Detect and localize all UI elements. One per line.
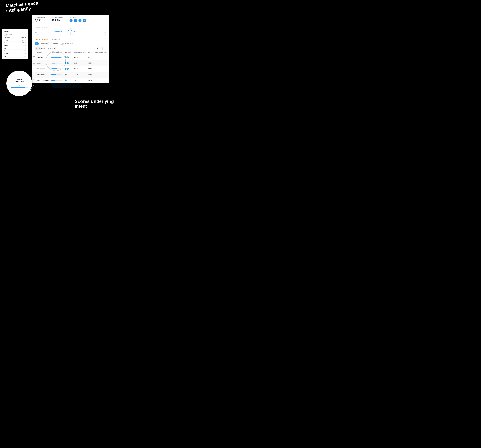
- row-checkbox[interactable]: [33, 79, 35, 81]
- user-intent-icon: ⇄: [65, 68, 67, 70]
- user-intent-icons-cell: 💳: [65, 74, 71, 76]
- intent-bar-container: [51, 74, 62, 75]
- action-row: 50 25 100 Entries - Action - ◀ ▶ ⬇: [32, 46, 109, 51]
- keyword-cell: go bag: [36, 60, 50, 66]
- mini-trend-chart: [95, 78, 107, 82]
- stat-user-intent: User Intent ℹ 54% 📍 0% ⇄ 1% 💳 45%: [69, 17, 86, 24]
- mini-trend-chart: [95, 55, 107, 59]
- next-page-button[interactable]: ▶: [100, 47, 103, 50]
- intent-icon: ℹ: [69, 19, 73, 22]
- col-keyword[interactable]: Keyword ↕: [36, 51, 50, 54]
- avg-search-volume-cell: 12,100: [72, 60, 87, 66]
- topic-name: list: [4, 49, 16, 52]
- intent-similarity-cell: [50, 66, 64, 72]
- keyword-cell: kit emergency: [36, 66, 50, 72]
- cpc-cell: $4.83: [87, 77, 93, 83]
- list-item: bag 34.2K: [4, 55, 26, 57]
- avg-search-volume-cell: 12,100: [72, 66, 87, 72]
- intent-similarity-cell: [50, 77, 64, 83]
- filter-all[interactable]: All: [35, 42, 39, 45]
- prev-page-button[interactable]: ◀: [96, 47, 99, 50]
- cpc-cell: $2.02: [87, 54, 93, 60]
- intent-similarity-cell: [50, 60, 64, 66]
- topic-value: 350.8K: [16, 39, 26, 41]
- keywords-table: Keyword ↕ Intent Similarity ▼ User Inten…: [32, 51, 109, 83]
- list-item: kits 94K: [4, 47, 26, 49]
- intent-circle-bar-container: [11, 87, 28, 88]
- user-intent-icon: ℹ: [65, 62, 67, 64]
- tab-keyword-pa[interactable]: Keyword Pa...: [50, 37, 62, 41]
- trend-cell: [93, 54, 109, 60]
- mini-trend-chart: [95, 73, 107, 76]
- select-all-checkbox[interactable]: [33, 52, 35, 53]
- intent-bar: [51, 69, 57, 69]
- topics-title: Topics: [4, 30, 26, 32]
- intent-bar-container: [51, 69, 62, 69]
- table-row: go bag ℹ⇄ 12,100 $3.26: [32, 60, 109, 66]
- annotation-bottom: Scores underlying intent: [75, 99, 114, 109]
- col-intent-similarity[interactable]: Intent Similarity ▼: [50, 51, 64, 54]
- list-item: survival 350.8K: [4, 39, 26, 41]
- col-avg-search-volume[interactable]: Avg Search Volume ↕: [72, 51, 87, 54]
- user-intent-icon: 💳: [67, 56, 69, 58]
- intent-pct: 0%: [75, 22, 76, 24]
- topic-name: emergency: [4, 44, 16, 47]
- user-intent-cell: ⇄💳: [64, 66, 72, 72]
- user-intent-cell: ℹ⇄: [64, 60, 72, 66]
- avg-search-volume-cell: 12,100: [72, 72, 87, 77]
- arrow-top-icon: [28, 17, 37, 26]
- list-item: kit 308.2K: [4, 41, 26, 44]
- intent-circle-label: IntentSimilarity: [15, 78, 23, 83]
- table-row: kit emergency ⇄💳 12,100 $4.16: [32, 66, 109, 72]
- trend-section: Search Volume Trend Jan 2019 Nov 2019 Se…: [32, 25, 109, 37]
- user-intent-icon: ℹ: [65, 79, 67, 81]
- topics-table: Key Topics Count|SV survival 350.8K kit …: [4, 37, 26, 57]
- filter-answer-box[interactable]: Answer Box: [40, 42, 49, 45]
- row-checkbox[interactable]: [33, 62, 35, 64]
- trend-label: Search Volume Trend: [35, 26, 106, 28]
- row-checkbox[interactable]: [33, 68, 35, 69]
- intent-bar-container: [51, 57, 62, 58]
- trended-view-toggle[interactable]: Trended View: [60, 43, 72, 45]
- filter-questions[interactable]: Questions: [51, 42, 59, 45]
- topic-value: 94K: [16, 47, 26, 49]
- intent-circle-bar: [11, 87, 25, 88]
- tab-related-keywords[interactable]: Related Keywords: [35, 37, 50, 41]
- col-check: [32, 51, 36, 54]
- row-check: [32, 66, 36, 72]
- action-select[interactable]: - Action -: [46, 47, 56, 50]
- table-row: foods for survival kit ℹ 9,900 $4.83: [32, 77, 109, 83]
- entries-count-select[interactable]: 50 25 100: [35, 47, 40, 50]
- row-check: [32, 77, 36, 83]
- topic-name: bag: [4, 55, 16, 57]
- intent-icon: ⇄: [78, 19, 82, 22]
- svg-marker-1: [29, 90, 31, 92]
- total-search-volume-value: 554.3K: [51, 19, 63, 22]
- intent-icon-item: ⇄ 1%: [78, 19, 82, 24]
- list-item: emergency 139.9K: [4, 44, 26, 47]
- trend-cell: [93, 60, 109, 66]
- user-intent-icon: 💳: [67, 68, 69, 70]
- row-checkbox[interactable]: [33, 56, 35, 58]
- col-cpc[interactable]: CPC ↕: [87, 51, 93, 54]
- row-check: [32, 72, 36, 77]
- intent-pct: 54%: [70, 22, 72, 24]
- table-row: survival kit ℹ💳 40,500 $2.02: [32, 54, 109, 60]
- entries-control: 50 25 100 Entries: [35, 47, 45, 50]
- entries-select[interactable]: 20 ∨: [4, 33, 8, 36]
- user-intent-icon: ℹ: [65, 56, 67, 58]
- keyword-cell: foods for survival kit: [36, 77, 50, 83]
- topic-name: supplies: [4, 52, 16, 55]
- keyword-cell: emergency kit: [36, 72, 50, 77]
- row-checkbox[interactable]: [33, 74, 35, 75]
- download-button[interactable]: ⬇: [104, 47, 106, 50]
- stats-bar: Related Keywords 5,031 Total Search Volu…: [32, 15, 109, 25]
- cpc-cell: $4.16: [87, 66, 93, 72]
- user-intent-icon: ⇄: [67, 62, 69, 64]
- intent-similarity-cell: [50, 54, 64, 60]
- topic-name: survival: [4, 39, 16, 41]
- topic-name: kits: [4, 47, 16, 49]
- trend-cell: [93, 66, 109, 72]
- toggle-switch[interactable]: [60, 43, 64, 45]
- intent-icon: 📍: [74, 19, 77, 22]
